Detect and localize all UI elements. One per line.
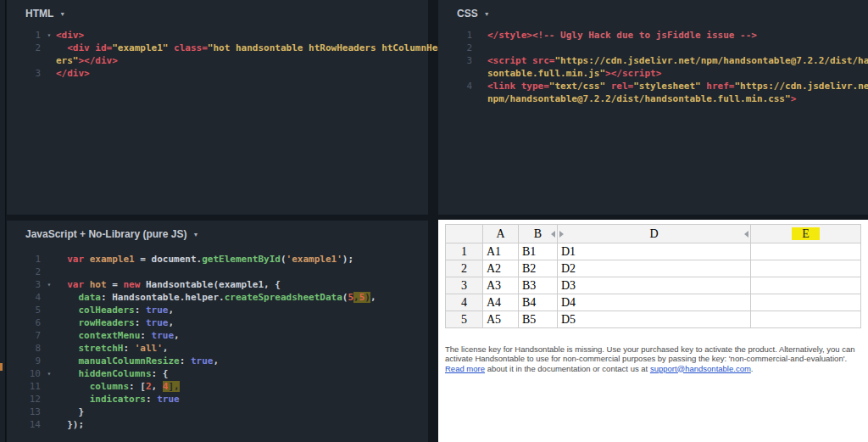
code-text[interactable]: hiddenColumns: { — [56, 367, 426, 380]
table-cell[interactable]: A3 — [483, 277, 519, 294]
code-line[interactable]: 12 indicators: true — [7, 393, 426, 406]
table-cell[interactable]: B2 — [519, 260, 558, 277]
code-line[interactable]: sontable.full.min.js"></script> — [438, 67, 866, 80]
code-text[interactable]: <link type="text/css" rel="stylesheet" h… — [487, 80, 866, 92]
fold-arrow-icon[interactable]: ▾ — [42, 367, 56, 380]
table-cell[interactable] — [751, 311, 861, 328]
corner-header[interactable] — [446, 225, 483, 243]
code-text[interactable]: data: Handsontable.helper.createSpreadsh… — [56, 291, 426, 304]
table-cell[interactable] — [751, 277, 861, 294]
code-line[interactable]: 2 — [438, 42, 866, 54]
code-line[interactable]: 8 stretchH: 'all', — [7, 342, 426, 355]
table-cell[interactable] — [751, 260, 861, 277]
code-line[interactable]: 1</style><!-- Ugly Hack due to jsFiddle … — [438, 29, 866, 42]
js-panel-title: JavaScript + No-Library (pure JS) — [25, 228, 186, 240]
table-cell[interactable]: D3 — [558, 277, 751, 294]
code-text[interactable]: indicators: true — [56, 393, 426, 406]
column-header[interactable]: E — [751, 225, 861, 243]
panel-resizer-strip[interactable] — [0, 0, 6, 442]
code-line[interactable]: 4 data: Handsontable.helper.createSpread… — [7, 291, 426, 304]
code-text[interactable]: var hot = new Handsontable(example1, { — [56, 278, 426, 291]
table-cell[interactable]: D4 — [558, 294, 751, 311]
code-text[interactable]: contextMenu: true, — [56, 329, 426, 342]
code-line[interactable]: 14 }); — [7, 418, 426, 431]
row-header[interactable]: 2 — [446, 260, 483, 277]
code-line[interactable]: 10▾ hiddenColumns: { — [7, 367, 426, 380]
row-header[interactable]: 5 — [446, 311, 483, 328]
code-line[interactable]: 3<script src="https://cdn.jsdelivr.net/n… — [438, 54, 866, 67]
code-token: true — [152, 330, 175, 341]
html-panel-header[interactable]: HTML ▼ — [7, 0, 428, 20]
fold-gutter-spacer — [42, 380, 56, 393]
code-line[interactable]: 9 manualColumnResize: true, — [7, 355, 426, 367]
code-line[interactable]: 3</div> — [7, 67, 426, 80]
chevron-down-icon[interactable]: ▼ — [59, 10, 65, 17]
row-header[interactable]: 1 — [446, 243, 483, 260]
code-line[interactable]: 2 — [7, 266, 426, 278]
code-text[interactable]: stretchH: 'all', — [56, 342, 426, 355]
code-line[interactable]: 3▾ var hot = new Handsontable(example1, … — [7, 278, 426, 291]
code-line[interactable]: 1 var example1 = document.getElementById… — [7, 253, 426, 266]
code-text[interactable]: ers"></div> — [56, 54, 426, 67]
js-panel-header[interactable]: JavaScript + No-Library (pure JS) ▼ — [7, 221, 428, 240]
code-text[interactable]: npm/handsontable@7.2.2/dist/handsontable… — [487, 92, 866, 105]
table-cell[interactable]: D2 — [558, 260, 751, 277]
column-header[interactable]: A — [483, 225, 519, 243]
table-cell[interactable] — [751, 294, 861, 311]
code-text[interactable]: <div> — [56, 29, 426, 42]
code-text[interactable]: columns: [2, 4], — [56, 380, 426, 393]
table-cell[interactable]: A4 — [483, 294, 519, 311]
fold-gutter-spacer — [42, 316, 56, 329]
code-text[interactable]: <script src="https://cdn.jsdelivr.net/np… — [487, 54, 866, 67]
table-cell[interactable]: D1 — [558, 243, 751, 260]
fold-arrow-icon[interactable]: ▾ — [42, 278, 56, 291]
table-cell[interactable]: A1 — [483, 243, 519, 260]
code-text[interactable]: <div id="example1" class="hot handsontab… — [56, 42, 426, 54]
code-line[interactable]: 2 <div id="example1" class="hot handsont… — [7, 42, 426, 54]
code-line[interactable]: 13 } — [7, 406, 426, 418]
code-token: hiddenColumns — [79, 368, 152, 379]
code-line[interactable]: 5 colHeaders: true, — [7, 304, 426, 316]
read-more-link[interactable]: Read more — [445, 364, 485, 373]
code-line[interactable]: 6 rowHeaders: true, — [7, 316, 426, 329]
code-text[interactable]: manualColumnResize: true, — [56, 355, 426, 367]
html-code-editor[interactable]: 1▾<div>2 <div id="example1" class="hot h… — [7, 29, 426, 80]
code-line[interactable]: 4<link type="text/css" rel="stylesheet" … — [438, 80, 866, 92]
table-cell[interactable]: D5 — [558, 311, 751, 328]
code-text[interactable] — [56, 266, 426, 278]
table-cell[interactable]: B1 — [519, 243, 558, 260]
code-line[interactable]: 11 columns: [2, 4], — [7, 380, 426, 393]
table-cell[interactable]: A5 — [483, 311, 519, 328]
code-token — [56, 381, 90, 392]
code-text[interactable]: } — [56, 406, 426, 418]
code-line[interactable]: 7 contextMenu: true, — [7, 329, 426, 342]
table-cell[interactable] — [751, 243, 861, 260]
table-cell[interactable]: B4 — [519, 294, 558, 311]
column-header[interactable]: D — [558, 225, 751, 243]
code-text[interactable]: rowHeaders: true, — [56, 316, 426, 329]
css-panel-header[interactable]: CSS ▼ — [438, 0, 868, 20]
header-row: ABDE — [446, 225, 861, 243]
code-line[interactable]: ers"></div> — [7, 54, 426, 67]
code-text[interactable]: sontable.full.min.js"></script> — [487, 67, 866, 80]
code-line[interactable]: 1▾<div> — [7, 29, 426, 42]
code-text[interactable]: </style><!-- Ugly Hack due to jsFiddle i… — [487, 29, 866, 42]
chevron-down-icon[interactable]: ▼ — [192, 231, 198, 238]
css-code-editor[interactable]: 1</style><!-- Ugly Hack due to jsFiddle … — [438, 29, 866, 105]
row-header[interactable]: 4 — [446, 294, 483, 311]
code-line[interactable]: npm/handsontable@7.2.2/dist/handsontable… — [438, 92, 866, 105]
table-cell[interactable]: B3 — [519, 277, 558, 294]
code-text[interactable]: var example1 = document.getElementById('… — [56, 253, 426, 266]
js-code-editor[interactable]: 1 var example1 = document.getElementById… — [7, 253, 426, 431]
fold-arrow-icon[interactable]: ▾ — [42, 29, 56, 42]
column-header[interactable]: B — [519, 225, 558, 243]
code-text[interactable] — [487, 42, 866, 54]
support-email-link[interactable]: support@handsontable.com — [650, 364, 751, 373]
chevron-down-icon[interactable]: ▼ — [484, 10, 490, 17]
code-text[interactable]: }); — [56, 418, 426, 431]
code-text[interactable]: </div> — [56, 67, 426, 80]
table-cell[interactable]: A2 — [483, 260, 519, 277]
table-cell[interactable]: B5 — [519, 311, 558, 328]
row-header[interactable]: 3 — [446, 277, 483, 294]
code-text[interactable]: colHeaders: true, — [56, 304, 426, 316]
